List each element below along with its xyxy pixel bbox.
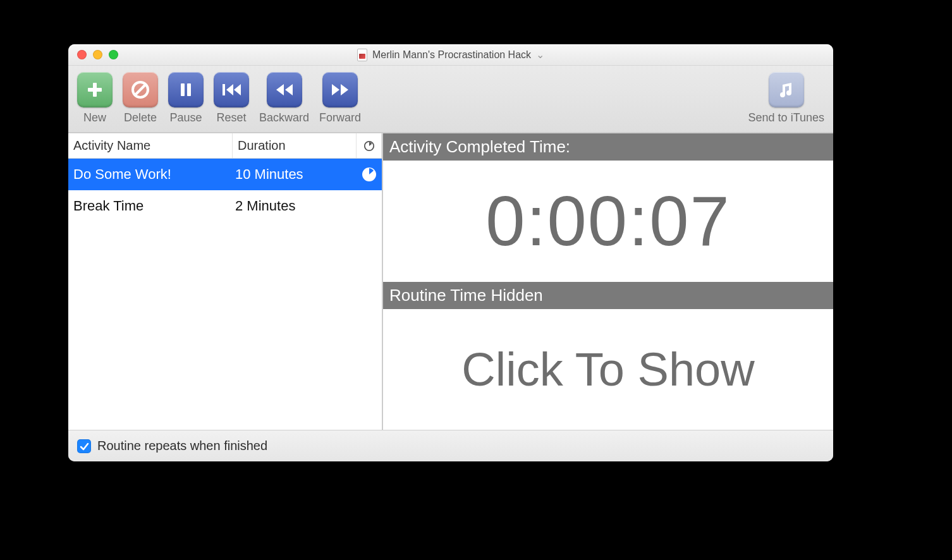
table-rows: Do Some Work! 10 Minutes Break Time 2 Mi… xyxy=(68,159,382,430)
fast-forward-icon xyxy=(329,81,351,99)
skip-back-icon xyxy=(221,81,242,99)
backward-button[interactable] xyxy=(267,72,302,107)
reset-label: Reset xyxy=(216,111,246,125)
checkmark-icon xyxy=(79,441,89,451)
new-button-wrap: New xyxy=(77,72,113,125)
forward-button-wrap: Forward xyxy=(319,72,361,125)
svg-rect-1 xyxy=(88,88,102,92)
table-header: Activity Name Duration xyxy=(68,133,382,159)
backward-button-wrap: Backward xyxy=(259,72,309,125)
window-title: Merlin Mann's Procrastination Hack xyxy=(372,49,531,61)
window-controls xyxy=(77,50,118,59)
minimize-window-button[interactable] xyxy=(93,50,102,59)
app-window: Merlin Mann's Procrastination Hack ⌄ New xyxy=(68,44,833,461)
cell-duration: 2 Minutes xyxy=(233,198,357,214)
svg-rect-5 xyxy=(187,83,191,96)
cell-duration: 10 Minutes xyxy=(233,166,357,183)
svg-marker-10 xyxy=(285,84,293,95)
activity-list-panel: Activity Name Duration Do Some Work! 10 … xyxy=(68,133,383,430)
svg-line-3 xyxy=(135,85,145,95)
cell-status xyxy=(357,166,382,183)
delete-label: Delete xyxy=(124,111,157,125)
cell-activity-name: Break Time xyxy=(68,198,233,214)
no-entry-icon xyxy=(130,80,150,100)
timer-panel: Activity Completed Time: 0:00:07 Routine… xyxy=(383,133,833,430)
title-center[interactable]: Merlin Mann's Procrastination Hack ⌄ xyxy=(68,49,833,61)
chevron-down-icon: ⌄ xyxy=(536,49,544,61)
column-duration[interactable]: Duration xyxy=(233,133,357,158)
footer: Routine repeats when finished xyxy=(68,430,833,461)
delete-button-wrap: Delete xyxy=(123,72,158,125)
pause-label: Pause xyxy=(169,111,202,125)
content-area: Activity Name Duration Do Some Work! 10 … xyxy=(68,133,833,430)
column-status[interactable] xyxy=(357,133,382,158)
document-icon xyxy=(357,49,367,61)
active-clock-icon xyxy=(361,166,377,183)
activity-time-display[interactable]: 0:00:07 xyxy=(383,161,833,282)
zoom-window-button[interactable] xyxy=(109,50,118,59)
cell-activity-name: Do Some Work! xyxy=(68,166,233,183)
activity-time-label: Activity Completed Time: xyxy=(383,133,833,161)
send-to-itunes-button[interactable] xyxy=(769,72,804,107)
routine-time-value: Click To Show xyxy=(461,343,754,396)
music-note-icon xyxy=(776,80,796,100)
table-row[interactable]: Break Time 2 Minutes xyxy=(68,190,382,222)
pause-icon xyxy=(177,81,195,99)
routine-time-display[interactable]: Click To Show xyxy=(383,309,833,430)
new-label: New xyxy=(83,111,106,125)
backward-label: Backward xyxy=(259,111,309,125)
rewind-icon xyxy=(274,81,295,99)
forward-label: Forward xyxy=(319,111,361,125)
pause-button[interactable] xyxy=(168,72,204,107)
reset-button-wrap: Reset xyxy=(214,72,249,125)
activity-time-value: 0:00:07 xyxy=(485,180,731,262)
forward-button[interactable] xyxy=(322,72,358,107)
new-button[interactable] xyxy=(77,72,113,107)
plus-icon xyxy=(85,80,104,99)
column-activity-name[interactable]: Activity Name xyxy=(68,133,233,158)
reset-button[interactable] xyxy=(214,72,249,107)
send-to-itunes-label: Send to iTunes xyxy=(748,111,824,125)
routine-time-label: Routine Time Hidden xyxy=(383,282,833,309)
clock-icon xyxy=(363,140,375,152)
titlebar[interactable]: Merlin Mann's Procrastination Hack ⌄ xyxy=(68,44,833,66)
delete-button[interactable] xyxy=(123,72,158,107)
repeat-checkbox[interactable] xyxy=(77,439,91,453)
close-window-button[interactable] xyxy=(77,50,87,59)
pause-button-wrap: Pause xyxy=(168,72,204,125)
svg-marker-12 xyxy=(341,84,348,95)
send-to-itunes-wrap: Send to iTunes xyxy=(748,72,824,125)
toolbar: New Delete Pause xyxy=(68,66,833,133)
svg-marker-7 xyxy=(226,84,233,95)
table-row[interactable]: Do Some Work! 10 Minutes xyxy=(68,159,382,190)
svg-marker-11 xyxy=(332,84,339,95)
svg-marker-8 xyxy=(234,84,241,95)
svg-rect-4 xyxy=(181,83,185,96)
svg-marker-9 xyxy=(276,84,284,95)
repeat-label: Routine repeats when finished xyxy=(97,439,267,453)
svg-rect-6 xyxy=(223,84,225,95)
cell-status xyxy=(357,200,382,212)
